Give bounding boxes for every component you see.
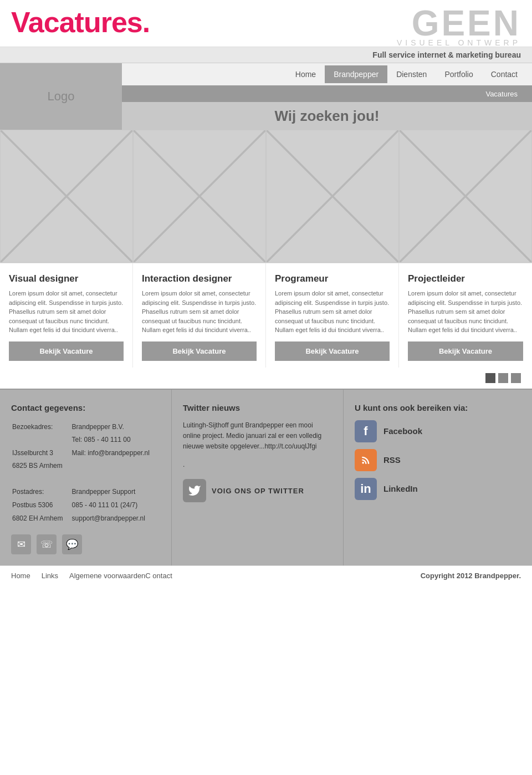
nav-item-contact[interactable]: Contact <box>482 65 526 83</box>
image-2 <box>133 130 266 263</box>
job-card-1: Interaction designer Lorem ipsum dolor s… <box>133 263 266 368</box>
social-item-rss[interactable]: RSS <box>355 449 504 471</box>
phone-icon[interactable]: ☏ <box>37 534 57 554</box>
social-list: f Facebook RSS in LinkedIn <box>355 420 504 500</box>
twitter-text: Luitingh-Sijthoff gunt Brandpepper een m… <box>183 420 332 452</box>
footer-social-heading: U kunt ons ook bereiken via: <box>355 403 504 412</box>
job-desc-2: Lorem ipsum dolor sit amet, consectetur … <box>275 289 390 335</box>
nav-item-home[interactable]: Home <box>287 65 325 83</box>
footer-sections: Contact gegevens: Bezoekadres: Brandpepp… <box>0 389 532 566</box>
bottom-nav-home[interactable]: Home <box>11 572 30 580</box>
job-title-3: Projectleider <box>408 273 523 284</box>
bekijk-btn-1[interactable]: Bekijk Vacature <box>142 341 257 361</box>
tel-label: Tel: <box>72 436 83 443</box>
email-icon[interactable]: ✉ <box>11 534 31 554</box>
mail-row: Mail: info@brandpepper.nl <box>72 447 159 460</box>
tel-value: 085 - 40 111 00 <box>84 436 131 443</box>
logo-label: Logo <box>48 89 75 104</box>
job-card-2: Programeur Lorem ipsum dolor sit amet, c… <box>266 263 399 368</box>
mail-value: info@brandpepper.nl <box>88 449 150 457</box>
twitter-follow-btn[interactable]: VOIG ONS OP TWITTER <box>183 479 332 502</box>
dot-3[interactable] <box>511 373 521 383</box>
bezoekadres-line3: 6825 BS Arnhem <box>12 460 71 472</box>
job-cards: Visual designer Lorem ipsum dolor sit am… <box>0 263 532 368</box>
image-1 <box>0 130 133 263</box>
geen-text: GEEN <box>397 6 521 41</box>
facebook-icon: f <box>355 420 377 442</box>
copyright: Copyright 2012 Brandpepper. <box>421 572 521 580</box>
chat-icon[interactable]: 💬 <box>62 534 82 554</box>
postadres-line2: 6802 EH Arnhem <box>12 513 71 525</box>
post-extra: 085 - 40 111 01 (24/7) <box>72 499 159 512</box>
postadres-name: Brandpepper Support <box>72 486 159 498</box>
linkedin-icon: in <box>355 478 377 500</box>
bottom-nav: Home Links Algemene voorwaardenC ontact <box>11 572 172 580</box>
job-title-0: Visual designer <box>9 273 124 284</box>
hero-banner: Wij zoeken jou! <box>122 102 532 130</box>
job-title-2: Programeur <box>275 273 390 284</box>
nav-item-portfolio[interactable]: Portfolio <box>436 65 482 83</box>
bekijk-btn-3[interactable]: Bekijk Vacature <box>408 341 523 361</box>
bottom-bar: Home Links Algemene voorwaardenC ontact … <box>0 565 532 585</box>
twitter-follow-label: VOIG ONS OP TWITTER <box>212 487 304 495</box>
contact-icons: ✉ ☏ 💬 <box>11 534 160 554</box>
nav-inner: Logo Home Brandpepper Diensten Portfolio… <box>0 63 532 130</box>
image-grid <box>0 130 532 263</box>
job-desc-3: Lorem ipsum dolor sit amet, consectetur … <box>408 289 523 335</box>
postadres-line1: Postbus 5306 <box>12 499 71 512</box>
nav-wrapper: Full service internet & marketing bureau… <box>0 47 532 130</box>
nav-top: Home Brandpepper Diensten Portfolio Cont… <box>122 63 532 85</box>
rss-label: RSS <box>383 455 401 465</box>
job-card-3: Projectleider Lorem ipsum dolor sit amet… <box>399 263 532 368</box>
svg-point-12 <box>362 462 364 464</box>
bezoekadres-tel-label: Tel: 085 - 40 111 00 <box>72 434 159 446</box>
geen-block: GEEN VISUEEL ONTWERP <box>397 6 521 47</box>
nav-right: Home Brandpepper Diensten Portfolio Cont… <box>122 63 532 130</box>
footer-twitter: Twitter nieuws Luitingh-Sijthoff gunt Br… <box>172 390 344 566</box>
bekijk-btn-0[interactable]: Bekijk Vacature <box>9 341 124 361</box>
social-item-facebook[interactable]: f Facebook <box>355 420 504 442</box>
image-4 <box>399 130 532 263</box>
facebook-label: Facebook <box>383 426 422 436</box>
footer-contact: Contact gegevens: Bezoekadres: Brandpepp… <box>0 390 172 566</box>
bezoekadres-name: Brandpepper B.V. <box>72 421 159 434</box>
footer-contact-heading: Contact gegevens: <box>11 403 160 412</box>
bezoekadres-line1 <box>12 434 71 446</box>
mail-label: Mail: <box>72 449 86 457</box>
dot-1[interactable] <box>485 373 495 383</box>
job-title-1: Interaction designer <box>142 273 257 284</box>
nav-sub: Vacatures <box>122 85 532 102</box>
hero-text: Wij zoeken jou! <box>275 108 380 125</box>
bekijk-btn-2[interactable]: Bekijk Vacature <box>275 341 390 361</box>
bezoekadres-line2: IJsselburcht 3 <box>12 447 71 460</box>
social-item-linkedin[interactable]: in LinkedIn <box>355 478 504 500</box>
job-desc-1: Lorem ipsum dolor sit amet, consectetur … <box>142 289 257 335</box>
tagline: Full service internet & marketing bureau <box>0 47 532 63</box>
bottom-nav-voorwaarden[interactable]: Algemene voorwaardenC ontact <box>69 572 172 580</box>
contact-table: Bezoekadres: Brandpepper B.V. Tel: 085 -… <box>11 420 160 526</box>
logo-box: Logo <box>0 63 122 130</box>
bottom-nav-links[interactable]: Links <box>42 572 58 580</box>
twitter-dot: . <box>183 460 332 470</box>
footer-twitter-heading: Twitter nieuws <box>183 403 332 412</box>
job-card-0: Visual designer Lorem ipsum dolor sit am… <box>0 263 133 368</box>
job-desc-0: Lorem ipsum dolor sit amet, consectetur … <box>9 289 124 335</box>
visueel-text: VISUEEL ONTWERP <box>397 39 521 47</box>
top-header: Vacatures. GEEN VISUEEL ONTWERP <box>0 0 532 47</box>
nav-sub-vacatures[interactable]: Vacatures <box>477 88 526 100</box>
image-3 <box>266 130 399 263</box>
twitter-icon <box>183 479 206 502</box>
pagination <box>0 368 532 389</box>
site-title: Vacatures. <box>11 6 397 39</box>
post-email: support@brandpepper.nl <box>72 513 159 525</box>
bezoekadres-label: Bezoekadres: <box>12 421 71 434</box>
linkedin-label: LinkedIn <box>383 484 418 493</box>
rss-icon <box>355 449 377 471</box>
nav-item-diensten[interactable]: Diensten <box>387 65 436 83</box>
dot-2[interactable] <box>498 373 508 383</box>
postadres-label: Postadres: <box>12 486 71 498</box>
nav-item-brandpepper[interactable]: Brandpepper <box>325 65 387 83</box>
footer-social: U kunt ons ook bereiken via: f Facebook … <box>344 390 515 566</box>
